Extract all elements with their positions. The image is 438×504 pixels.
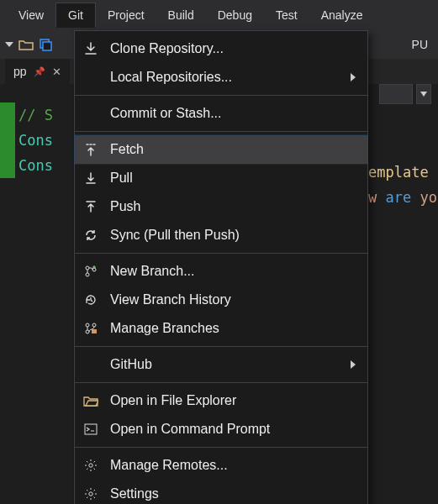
mi-label: Open in File Explorer [110, 393, 356, 408]
mi-label: GitHub [110, 357, 340, 372]
svg-rect-1 [43, 42, 51, 50]
menu-analyze[interactable]: Analyze [309, 3, 375, 27]
mi-label: Sync (Pull then Push) [110, 228, 356, 243]
pin-icon[interactable]: 📌 [34, 66, 45, 77]
code-token: yo [411, 189, 437, 206]
svg-rect-8 [92, 329, 97, 333]
sync-icon [82, 226, 100, 244]
svg-point-5 [86, 323, 89, 327]
open-folder-icon[interactable] [18, 39, 34, 50]
mi-label: Manage Remotes... [110, 458, 356, 473]
blank-icon [82, 68, 100, 87]
mi-manage-branches[interactable]: Manage Branches [75, 314, 367, 343]
branches-icon [82, 319, 100, 338]
new-branch-icon [82, 262, 100, 281]
menu-separator [75, 382, 367, 383]
mi-commit-or-stash[interactable]: Commit or Stash... [75, 99, 367, 128]
menu-bar: View Git Project Build Debug Test Analyz… [0, 0, 438, 30]
menu-project[interactable]: Project [96, 3, 156, 27]
mi-label: Settings [110, 486, 356, 501]
code-token: are [385, 189, 411, 206]
download-icon [82, 39, 100, 58]
svg-point-11 [89, 492, 92, 496]
mi-label: Clone Repository... [110, 41, 356, 56]
svg-rect-9 [85, 424, 97, 434]
mi-view-branch-history[interactable]: View Branch History [75, 286, 367, 314]
code-token: emplate [368, 164, 429, 181]
mi-label: Local Repositories... [110, 70, 340, 85]
menu-test[interactable]: Test [264, 3, 309, 27]
menu-build[interactable]: Build [156, 3, 206, 27]
menu-git[interactable]: Git [55, 3, 96, 28]
mi-github[interactable]: GitHub [75, 350, 367, 379]
change-margin [0, 102, 15, 178]
menu-debug[interactable]: Debug [206, 3, 264, 27]
toolbar-config-label: PU [412, 38, 433, 51]
mi-push[interactable]: Push [75, 192, 367, 221]
push-icon [82, 197, 100, 216]
mi-settings[interactable]: Settings [75, 480, 367, 504]
submenu-arrow-icon [351, 360, 356, 369]
nav-dropdown-icon[interactable] [5, 40, 13, 49]
mi-open-file-explorer[interactable]: Open in File Explorer [75, 386, 367, 415]
menu-separator [75, 131, 367, 132]
blank-icon [82, 355, 100, 374]
submenu-arrow-icon [351, 73, 356, 81]
mi-label: Pull [110, 171, 356, 186]
svg-point-2 [86, 266, 89, 270]
pull-icon [82, 169, 100, 187]
mi-label: Push [110, 199, 356, 214]
menu-separator [75, 95, 367, 96]
mi-fetch[interactable]: Fetch [75, 135, 367, 164]
gear-icon [82, 456, 100, 475]
mi-label: Manage Branches [110, 321, 356, 336]
svg-point-10 [89, 464, 92, 467]
history-icon [82, 291, 100, 309]
mi-new-branch[interactable]: New Branch... [75, 257, 367, 286]
folder-open-icon [82, 391, 100, 410]
mi-label: Open in Command Prompt [110, 422, 356, 437]
code-token: Cons [18, 157, 53, 174]
git-menu-dropdown: Clone Repository... Local Repositories..… [74, 30, 368, 504]
mi-manage-remotes[interactable]: Manage Remotes... [75, 451, 367, 480]
menu-view[interactable]: View [7, 3, 55, 27]
editor-nav-combos [379, 84, 431, 104]
mi-label: New Branch... [110, 264, 356, 279]
menu-separator [75, 346, 367, 347]
mi-label: Fetch [110, 142, 356, 157]
mi-clone-repository[interactable]: Clone Repository... [75, 34, 367, 63]
svg-point-3 [86, 273, 89, 276]
tab-filename: pp [13, 65, 27, 78]
code-comment: // S [18, 107, 53, 123]
blank-icon [82, 104, 100, 123]
save-all-icon[interactable] [39, 38, 52, 51]
terminal-icon [82, 420, 100, 438]
code-token: w [368, 189, 385, 206]
svg-point-6 [86, 330, 89, 333]
code-token: Cons [18, 132, 53, 149]
mi-open-command-prompt[interactable]: Open in Command Prompt [75, 415, 367, 444]
mi-local-repositories[interactable]: Local Repositories... [75, 63, 367, 92]
fetch-icon [82, 140, 100, 159]
nav-combo[interactable] [379, 84, 413, 104]
menu-separator [75, 447, 367, 448]
menu-separator [75, 253, 367, 254]
document-tab[interactable]: pp 📌 ✕ [5, 59, 70, 84]
mi-label: View Branch History [110, 292, 356, 307]
mi-sync[interactable]: Sync (Pull then Push) [75, 221, 367, 249]
mi-label: Commit or Stash... [110, 106, 356, 121]
nav-combo-dropdown[interactable] [416, 84, 431, 104]
gear-icon [82, 485, 100, 503]
mi-pull[interactable]: Pull [75, 164, 367, 192]
svg-point-7 [92, 323, 96, 327]
close-icon[interactable]: ✕ [52, 66, 61, 78]
